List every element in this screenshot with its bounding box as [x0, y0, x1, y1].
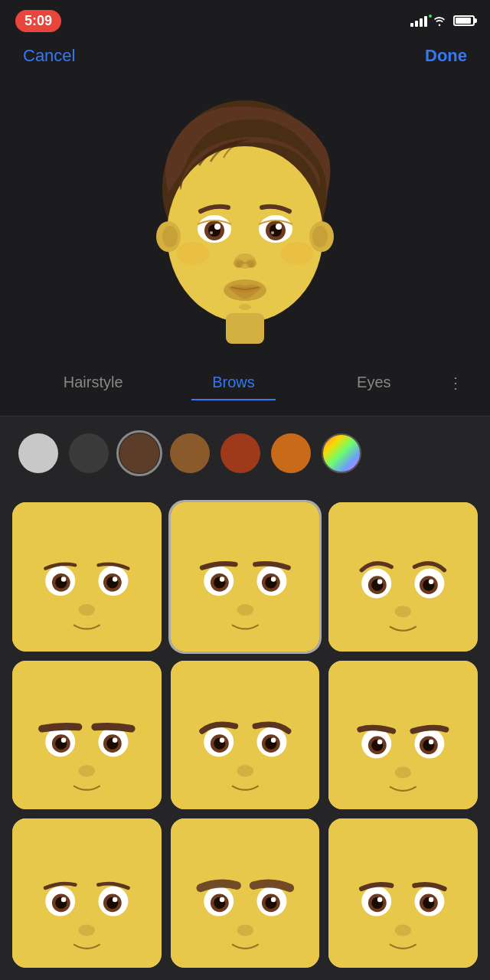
tab-brows[interactable]: Brows — [163, 364, 303, 400]
svg-point-5 — [312, 226, 328, 247]
svg-point-86 — [377, 739, 382, 743]
svg-point-68 — [113, 737, 117, 742]
svg-point-42 — [219, 577, 224, 581]
svg-point-108 — [219, 897, 224, 902]
color-swatch-brownmedium[interactable] — [170, 433, 210, 473]
svg-point-3 — [162, 226, 178, 247]
svg-point-119 — [377, 897, 382, 902]
svg-point-69 — [79, 765, 96, 776]
svg-point-75 — [219, 737, 224, 742]
brow-grid — [0, 490, 490, 980]
svg-point-15 — [276, 224, 282, 230]
brow-item-9[interactable] — [328, 818, 478, 968]
svg-point-10 — [214, 224, 220, 230]
svg-point-23 — [239, 304, 251, 310]
color-swatch-more[interactable] — [322, 433, 361, 473]
color-swatch-darkgray[interactable] — [69, 433, 109, 473]
status-time: 5:09 — [15, 10, 61, 32]
brow-item-2[interactable] — [171, 502, 320, 652]
brow-item-6[interactable] — [328, 661, 478, 810]
svg-point-24 — [176, 242, 210, 265]
brow-item-1[interactable] — [12, 502, 162, 652]
brow-item-5[interactable] — [171, 661, 320, 810]
status-bar: 5:09 — [0, 0, 490, 38]
color-swatch-white[interactable] — [18, 433, 58, 473]
category-tabs: Hairstyle Brows Eyes ⋮ — [0, 364, 490, 400]
memoji-svg — [138, 100, 352, 345]
color-swatch-orange[interactable] — [271, 433, 311, 473]
svg-point-16 — [271, 231, 274, 234]
brow-item-4[interactable] — [12, 661, 162, 810]
svg-point-123 — [429, 897, 433, 902]
cancel-button[interactable]: Cancel — [23, 46, 75, 66]
color-swatch-browndark[interactable] — [119, 433, 159, 473]
color-section — [0, 416, 490, 490]
svg-point-79 — [271, 737, 276, 742]
svg-point-53 — [377, 580, 382, 584]
color-picker-row — [18, 433, 472, 473]
memoji-face — [138, 100, 352, 345]
svg-point-97 — [61, 897, 66, 902]
brow-item-3[interactable] — [328, 502, 478, 652]
svg-point-47 — [237, 604, 253, 616]
svg-point-113 — [237, 925, 253, 936]
svg-point-102 — [79, 925, 96, 936]
svg-point-36 — [79, 604, 96, 616]
svg-point-11 — [210, 231, 213, 234]
svg-point-80 — [237, 765, 253, 776]
wifi-icon — [432, 15, 447, 27]
svg-point-124 — [395, 925, 412, 936]
svg-point-58 — [395, 606, 412, 617]
tab-eyes[interactable]: Eyes — [304, 364, 444, 400]
svg-point-46 — [271, 577, 276, 581]
tab-more-icon[interactable]: ⋮ — [444, 374, 467, 392]
svg-point-25 — [280, 242, 314, 265]
status-icons — [410, 15, 475, 27]
svg-point-57 — [429, 580, 433, 584]
tab-hairstyle[interactable]: Hairstyle — [23, 364, 163, 400]
svg-point-90 — [429, 739, 433, 743]
svg-point-112 — [271, 897, 276, 902]
color-swatch-redbrown[interactable] — [220, 433, 260, 473]
nav-bar: Cancel Done — [0, 38, 490, 81]
svg-rect-6 — [226, 313, 264, 344]
svg-point-101 — [113, 897, 117, 902]
memoji-preview — [0, 81, 490, 364]
svg-point-91 — [395, 766, 412, 778]
brow-item-7[interactable] — [12, 818, 162, 968]
signal-icon — [410, 15, 427, 27]
svg-point-35 — [113, 577, 117, 581]
brow-item-8[interactable] — [171, 818, 320, 968]
battery-icon — [453, 15, 475, 26]
done-button[interactable]: Done — [425, 46, 467, 66]
svg-point-31 — [61, 577, 66, 581]
svg-point-64 — [61, 737, 66, 742]
